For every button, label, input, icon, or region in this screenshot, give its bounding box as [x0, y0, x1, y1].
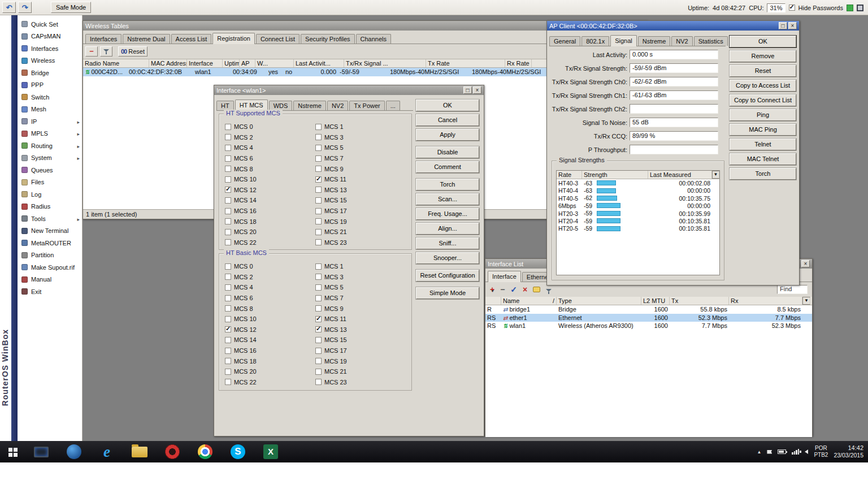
taskbar-item-explorer[interactable] — [25, 441, 58, 462]
type-column-header[interactable]: Type — [557, 297, 641, 305]
column-header[interactable]: Last Activit... — [294, 59, 344, 67]
field-value[interactable]: 0.000 s — [630, 50, 718, 59]
taskbar-item-media-player[interactable] — [58, 441, 90, 462]
tab[interactable]: Nstreme Dual — [123, 34, 170, 44]
checkbox[interactable] — [315, 274, 322, 280]
sidebar-item[interactable]: Files — [18, 176, 82, 189]
signal-row[interactable]: HT40-3 -63 00:00:02.08 — [557, 179, 719, 187]
dialog-button[interactable]: Cancel — [416, 114, 479, 126]
sidebar-item[interactable]: Radius — [18, 201, 82, 213]
clock[interactable]: 14:42 23/03/2015 — [834, 444, 863, 460]
enable-button[interactable]: ✓ — [510, 286, 517, 293]
dialog-button[interactable]: Comment — [416, 161, 479, 173]
mcs-checkbox-row[interactable]: MCS 11 — [315, 174, 400, 185]
dialog-button[interactable]: Sniff... — [416, 237, 479, 249]
battery-icon[interactable] — [778, 449, 786, 454]
tx-column-header[interactable]: Tx — [670, 297, 729, 305]
column-header[interactable]: W... — [255, 59, 294, 67]
mcs-checkbox-row[interactable]: MCS 22 — [225, 377, 310, 388]
checkbox[interactable] — [225, 348, 231, 354]
undo-button[interactable]: ↶ — [2, 2, 16, 13]
last-measured-column-header[interactable]: Last Measured — [648, 171, 712, 179]
start-button[interactable] — [0, 441, 25, 462]
field-value[interactable]: 55 dB — [630, 118, 718, 127]
checkbox[interactable] — [225, 305, 231, 312]
column-menu-icon[interactable]: ▼ — [802, 297, 810, 305]
speaker-icon[interactable] — [805, 449, 808, 454]
dialog-button[interactable]: Copy to Connect List — [730, 94, 796, 106]
mcs-checkbox-row[interactable]: MCS 4 — [225, 282, 310, 293]
mcs-checkbox-row[interactable]: MCS 18 — [225, 216, 310, 227]
checkbox[interactable] — [315, 284, 322, 291]
checkbox[interactable] — [225, 187, 231, 193]
tab[interactable]: Access List — [171, 34, 212, 44]
checkbox[interactable] — [225, 229, 231, 235]
mcs-checkbox-row[interactable]: MCS 22 — [225, 237, 310, 248]
mcs-checkbox-row[interactable]: MCS 14 — [225, 335, 310, 345]
sidebar-item[interactable]: IP — [18, 115, 82, 128]
checkbox[interactable] — [315, 239, 322, 245]
tab[interactable]: WDS — [269, 101, 293, 110]
checkbox[interactable] — [315, 124, 322, 130]
dialog-button[interactable]: Scan... — [416, 193, 479, 205]
checkbox[interactable] — [225, 176, 231, 183]
checkbox[interactable] — [315, 166, 322, 172]
mcs-checkbox-row[interactable]: MCS 2 — [225, 132, 310, 143]
dialog-button[interactable]: Copy to Access List — [730, 80, 796, 92]
mcs-checkbox-row[interactable]: MCS 1 — [315, 122, 400, 132]
mcs-checkbox-row[interactable]: MCS 7 — [315, 293, 400, 304]
sidebar-item[interactable]: Partition — [18, 249, 82, 262]
checkbox[interactable] — [225, 218, 231, 224]
mcs-checkbox-row[interactable]: MCS 13 — [315, 325, 400, 335]
tab[interactable]: Signal — [610, 35, 637, 46]
close-icon[interactable]: × — [473, 87, 481, 94]
mcs-checkbox-row[interactable]: MCS 10 — [225, 174, 310, 185]
column-header[interactable]: Radio Name — [83, 59, 149, 67]
taskbar-item-excel[interactable]: X — [254, 441, 287, 462]
find-input[interactable]: Find — [777, 285, 808, 294]
mcs-checkbox-row[interactable]: MCS 4 — [225, 142, 310, 153]
checkbox[interactable] — [315, 348, 322, 354]
ap-client-titlebar[interactable]: AP Client <00:0C:42:DF:32:0B> □ × — [547, 21, 799, 31]
action-center-flag-icon[interactable] — [767, 450, 772, 454]
tab[interactable]: Channels — [356, 34, 391, 44]
checkbox[interactable] — [225, 134, 231, 140]
tab[interactable]: 802.1x — [581, 36, 609, 46]
field-value[interactable] — [630, 104, 718, 114]
tab[interactable]: Nstreme — [638, 36, 671, 46]
dialog-button[interactable]: OK — [730, 36, 796, 47]
network-signal-icon[interactable] — [792, 449, 799, 455]
signal-row[interactable]: HT40-4 -63 00:00:00 — [557, 187, 719, 194]
tab[interactable]: Security Profiles — [301, 34, 354, 44]
sidebar-item[interactable]: Switch — [18, 91, 82, 103]
mcs-checkbox-row[interactable]: MCS 23 — [315, 237, 400, 248]
mcs-checkbox-row[interactable]: MCS 20 — [225, 227, 310, 237]
dialog-button[interactable]: MAC Telnet — [730, 153, 796, 165]
signal-row[interactable]: HT20-3 -59 00:10:35.99 — [557, 210, 719, 217]
mcs-checkbox-row[interactable]: MCS 5 — [315, 282, 400, 293]
checkbox[interactable] — [315, 187, 322, 193]
mcs-checkbox-row[interactable]: MCS 15 — [315, 335, 400, 345]
sidebar-item[interactable]: Mesh — [18, 103, 82, 116]
mcs-checkbox-row[interactable]: MCS 5 — [315, 142, 400, 153]
restore-icon[interactable]: □ — [463, 87, 472, 94]
checkbox[interactable] — [315, 176, 322, 183]
sidebar-item[interactable]: Queues — [18, 164, 82, 176]
signal-row[interactable]: HT20-5 -59 00:10:35.81 — [557, 224, 719, 232]
checkbox[interactable] — [225, 326, 231, 332]
field-value[interactable]: -59/-59 dBm — [630, 63, 718, 73]
tab[interactable]: Statistics — [694, 36, 728, 46]
field-value[interactable]: -61/-63 dBm — [630, 90, 718, 100]
dialog-button[interactable]: MAC Ping — [730, 124, 796, 136]
add-button[interactable]: +▼ — [490, 286, 494, 293]
checkbox[interactable] — [315, 295, 322, 301]
checkbox[interactable] — [315, 379, 322, 385]
signal-row[interactable]: 6Mbps -59 00:00:00 — [557, 202, 719, 209]
mcs-checkbox-row[interactable]: MCS 0 — [225, 122, 310, 132]
sidebar-item[interactable]: Quick Set — [18, 18, 82, 31]
mcs-checkbox-row[interactable]: MCS 0 — [225, 261, 310, 272]
sidebar-item[interactable]: MPLS — [18, 128, 82, 140]
column-header[interactable]: AP — [240, 59, 255, 67]
rate-column-header[interactable]: Rate — [557, 171, 582, 179]
sidebar-item[interactable]: Exit — [18, 286, 82, 298]
